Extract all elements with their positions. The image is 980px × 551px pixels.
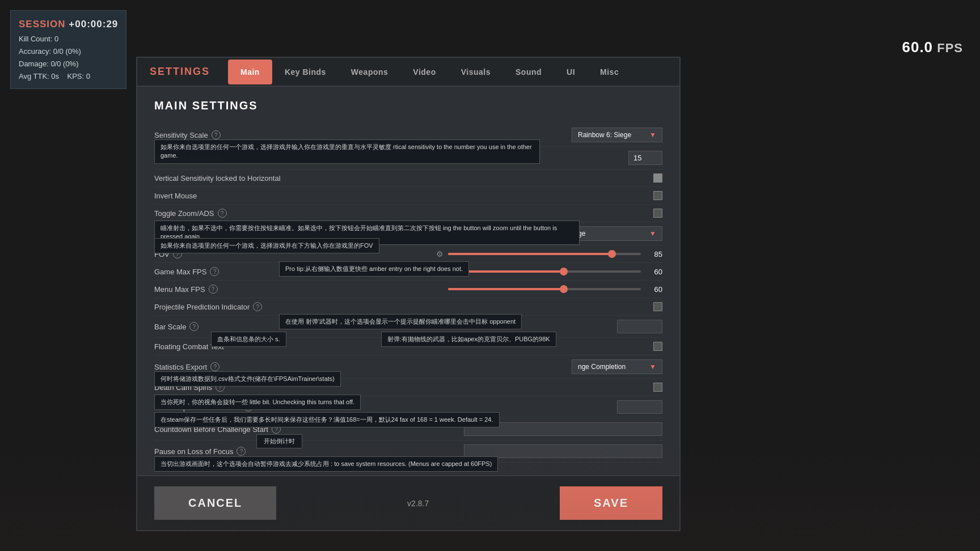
settings-footer: CANCEL v2.8.7 SAVE (137, 475, 679, 530)
accuracy-label: Accuracy: (19, 47, 51, 56)
tooltip-death-cam: 当你死时，你的视角会旋转一些 little bit. Unchecking th… (154, 395, 361, 410)
tooltip-projectile: 在使用 射弹'武器时，这个选项会显示一个提示提醒你瞄准哪里会击中目标 oppon… (279, 314, 522, 329)
kps-label: KPS: (67, 72, 85, 80)
menu-fps-slider-track[interactable] (448, 288, 641, 290)
tab-ui[interactable]: UI (554, 60, 588, 84)
tab-video[interactable]: Video (400, 60, 448, 84)
fps-value: 60.0 (902, 39, 933, 56)
accuracy-value: 0/0 (0%) (53, 47, 81, 56)
dropdown-statistics[interactable]: nge Completion ▼ (572, 359, 662, 374)
input-workshop-cache[interactable] (617, 400, 662, 414)
section-title: MAIN SETTINGS (154, 99, 662, 112)
help-menu-max-fps[interactable]: ? (209, 285, 218, 294)
label-toggle-zoom: Toggle Zoom/ADS ? (154, 209, 302, 218)
label-invert-mouse: Invert Mouse (154, 192, 302, 200)
fov-value: 85 (645, 250, 662, 258)
tab-list: Main Key Binds Weapons Video Visuals Sou… (228, 60, 679, 84)
label-vertical-locked: Vertical Sensitivity locked to Horizonta… (154, 174, 302, 183)
row-pause-focus: Pause on Loss of Focus ? 当切出游戏画面时，这个选项会自… (154, 440, 662, 463)
tab-keybinds[interactable]: Key Binds (272, 60, 339, 84)
dropdown-sensitivity-scale[interactable]: Rainbow 6: Siege ▼ (572, 128, 662, 142)
label-sensitivity-scale: Sensitivity Scale ? (154, 130, 302, 139)
settings-title: SETTINGS (137, 58, 228, 86)
tooltip-workshop-cache: 在steam保存一些任务后，我们需要多长时间来保存这些任务？满值168=一周，默… (154, 412, 500, 427)
tab-weapons[interactable]: Weapons (339, 60, 400, 84)
control-vertical-locked (302, 173, 662, 183)
row-sensitivity-scale: Sensitivity Scale ? 如果你来自选项里的任何一个游戏，选择游戏… (154, 124, 662, 147)
settings-header: SETTINGS Main Key Binds Weapons Video Vi… (137, 58, 679, 87)
tooltip-fov-pro: Pro tip:从右侧输入数值更快些 amber entry on the ri… (279, 261, 469, 277)
checkbox-floating-combat[interactable] (653, 342, 662, 351)
fov-slider-thumb (608, 250, 616, 258)
tab-misc[interactable]: Misc (588, 60, 631, 84)
control-statistics: 何时将储游戏数据到.csv格式文件(储存在\FPSAimTrainer\stat… (302, 359, 662, 374)
label-statistics: Statistics Export ? (154, 362, 302, 371)
tooltip-pause-focus: 当切出游戏画面时，这个选项会自动暂停游戏去减少系统占用 : to save sy… (154, 456, 498, 472)
session-time: +00:00:29 (69, 19, 118, 29)
help-projectile[interactable]: ? (253, 302, 262, 311)
settings-content: MAIN SETTINGS Sensitivity Scale ? 如果你来自选… (137, 87, 679, 475)
row-projectile: Projectile Prediction Indicator ? 在使用 射弹… (154, 298, 662, 316)
control-death-cam: 当你死时，你的视角会旋转一些 little bit. Unchecking th… (302, 383, 662, 392)
damage-value: 0/0 (0%) (50, 60, 78, 68)
accuracy-line: Accuracy: 0/0 (0%) (19, 45, 118, 58)
save-button[interactable]: SAVE (560, 486, 662, 520)
tab-visuals[interactable]: Visuals (449, 60, 503, 84)
kill-count-label: Kill Count: (19, 35, 52, 43)
kill-count-line: Kill Count: 0 (19, 33, 118, 45)
damage-label: Damage: (19, 60, 49, 68)
input-bar-scale[interactable] (617, 320, 662, 333)
help-toggle-zoom[interactable]: ? (218, 209, 227, 218)
checkbox-vertical-locked[interactable] (653, 173, 662, 183)
tooltip-projectile-type: 射弹:有抛物线的武器，比如apex的克雷贝尔、PUBG的98K (381, 332, 556, 347)
control-toggle-zoom: 瞄准射击，如果不选中，你需要按住按钮来瞄准。如果选中，按下按钮会开始瞄准直到第二… (302, 209, 662, 218)
damage-line: Damage: 0/0 (0%) (19, 58, 118, 70)
help-game-max-fps[interactable]: ? (210, 267, 219, 276)
kps-value: 0 (86, 72, 90, 80)
dropdown-arrow: ▼ (649, 131, 656, 139)
control-sensitivity-scale: 如果你来自选项里的任何一个游戏，选择游戏并输入你在游戏里的垂直与水平灵敏度 rt… (302, 128, 662, 142)
session-label: SESSION (19, 19, 66, 29)
checkbox-toggle-zoom[interactable] (653, 209, 662, 218)
game-fps-slider-thumb (560, 268, 568, 276)
tooltip-fov-measurements: 如果你来自选项里的任何一个游戏，选择游戏并在下方输入你在游戏里的FOV (154, 238, 379, 253)
settings-panel: SETTINGS Main Key Binds Weapons Video Vi… (136, 57, 681, 531)
avg-ttk-label: Avg TTK: (19, 72, 49, 80)
dropdown-fov-arrow: ▼ (649, 230, 656, 238)
help-sensitivity-scale[interactable]: ? (212, 130, 221, 139)
control-invert-mouse (302, 191, 662, 200)
statistics-dropdown-arrow: ▼ (649, 363, 656, 371)
game-fps-slider-track[interactable] (448, 270, 641, 273)
session-timer: SESSION +00:00:29 (19, 16, 118, 33)
dropdown-fov-measurements[interactable]: ge ▼ (572, 226, 662, 241)
control-pause-focus: 当切出游戏画面时，这个选项会自动暂停游戏去减少系统占用 : to save sy… (302, 444, 662, 458)
help-pause-focus[interactable]: ? (236, 447, 246, 456)
game-fps-value: 60 (645, 268, 662, 276)
row-invert-mouse: Invert Mouse (154, 187, 662, 205)
tab-sound[interactable]: Sound (503, 60, 554, 84)
fov-slider-fill (448, 253, 612, 255)
input-horizontal-sensitivity[interactable] (628, 151, 662, 165)
control-projectile: 在使用 射弹'武器时，这个选项会显示一个提示提醒你瞄准哪里会击中目标 oppon… (302, 302, 662, 311)
row-statistics: Statistics Export ? 何时将储游戏数据到.csv格式文件(储存… (154, 355, 662, 379)
cancel-button[interactable]: CANCEL (154, 486, 276, 520)
row-toggle-zoom: Toggle Zoom/ADS ? 瞄准射击，如果不选中，你需要按住按钮来瞄准。… (154, 205, 662, 222)
checkbox-projectile[interactable] (653, 302, 662, 311)
avg-ttk-value: 0s (51, 72, 59, 80)
help-bar-scale[interactable]: ? (189, 322, 198, 331)
checkbox-death-cam[interactable] (653, 383, 662, 392)
label-menu-max-fps: Menu Max FPS ? (154, 285, 302, 294)
checkbox-invert-mouse[interactable] (653, 191, 662, 200)
tab-main[interactable]: Main (228, 60, 272, 84)
version-text: v2.8.7 (407, 499, 429, 508)
help-statistics[interactable]: ? (210, 362, 219, 371)
row-vertical-locked: Vertical Sensitivity locked to Horizonta… (154, 169, 662, 187)
menu-fps-slider-fill (448, 288, 564, 290)
tooltip-countdown: 开始倒计时 (256, 434, 302, 448)
fov-gear-icon[interactable]: ⚙ (436, 249, 443, 258)
control-menu-max-fps: 60 (302, 285, 662, 294)
fps-unit: FPS (937, 41, 963, 55)
session-box: SESSION +00:00:29 Kill Count: 0 Accuracy… (10, 10, 126, 89)
tooltip-sensitivity-scale: 如果你来自选项里的任何一个游戏，选择游戏并输入你在游戏里的垂直与水平灵敏度 rt… (154, 139, 540, 164)
fov-slider-track[interactable] (448, 253, 641, 255)
